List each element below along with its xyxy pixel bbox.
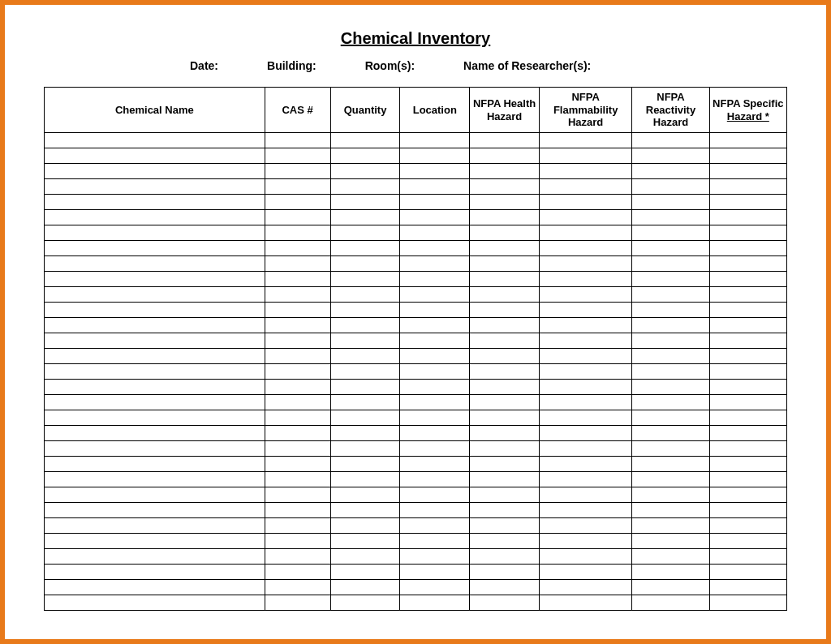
table-cell xyxy=(470,441,540,457)
table-cell xyxy=(45,195,265,210)
table-cell xyxy=(265,565,330,580)
table-cell xyxy=(265,410,330,426)
building-label: Building: xyxy=(267,59,316,72)
table-cell xyxy=(709,349,786,364)
table-cell xyxy=(45,565,265,580)
table-row xyxy=(45,333,787,349)
table-cell xyxy=(632,441,709,457)
table-cell xyxy=(330,179,400,195)
col-nfpa-specific: NFPA Specific Hazard * xyxy=(709,88,786,133)
table-cell xyxy=(709,133,786,148)
table-cell xyxy=(470,364,540,380)
table-cell xyxy=(400,580,470,595)
table-cell xyxy=(709,426,786,441)
table-cell xyxy=(709,380,786,395)
table-cell xyxy=(632,395,709,410)
table-row xyxy=(45,364,787,380)
table-cell xyxy=(632,549,709,565)
table-row xyxy=(45,179,787,195)
table-cell xyxy=(709,164,786,179)
table-cell xyxy=(45,303,265,318)
table-cell xyxy=(709,333,786,349)
table-cell xyxy=(632,164,709,179)
nfpa-specific-top: NFPA Specific xyxy=(713,97,783,109)
table-cell xyxy=(330,210,400,225)
table-cell xyxy=(470,426,540,441)
table-cell xyxy=(632,287,709,303)
table-cell xyxy=(632,580,709,595)
table-cell xyxy=(539,565,631,580)
table-row xyxy=(45,487,787,503)
table-cell xyxy=(539,549,631,565)
table-cell xyxy=(330,534,400,549)
table-cell xyxy=(470,287,540,303)
table-cell xyxy=(330,441,400,457)
table-row xyxy=(45,287,787,303)
researcher-label: Name of Researcher(s): xyxy=(463,59,591,72)
table-cell xyxy=(632,457,709,472)
table-cell xyxy=(632,210,709,225)
table-cell xyxy=(330,303,400,318)
table-cell xyxy=(632,565,709,580)
table-cell xyxy=(470,133,540,148)
nfpa-specific-bottom: Hazard * xyxy=(727,110,769,122)
table-cell xyxy=(400,210,470,225)
table-cell xyxy=(330,457,400,472)
table-cell xyxy=(709,580,786,595)
table-cell xyxy=(632,349,709,364)
table-cell xyxy=(265,303,330,318)
table-cell xyxy=(709,487,786,503)
table-cell xyxy=(400,518,470,534)
col-nfpa-reactivity: NFPA Reactivity Hazard xyxy=(632,88,709,133)
table-cell xyxy=(45,518,265,534)
table-cell xyxy=(265,549,330,565)
table-cell xyxy=(539,318,631,333)
table-cell xyxy=(265,256,330,272)
table-cell xyxy=(470,410,540,426)
table-cell xyxy=(632,503,709,518)
table-cell xyxy=(632,410,709,426)
rooms-label: Room(s): xyxy=(365,59,415,72)
table-cell xyxy=(45,364,265,380)
table-cell xyxy=(709,472,786,487)
table-cell xyxy=(539,534,631,549)
table-cell xyxy=(265,364,330,380)
table-row xyxy=(45,148,787,164)
table-cell xyxy=(470,303,540,318)
table-cell xyxy=(265,333,330,349)
table-row xyxy=(45,410,787,426)
table-cell xyxy=(709,195,786,210)
table-cell xyxy=(632,225,709,241)
table-cell xyxy=(45,487,265,503)
table-cell xyxy=(265,349,330,364)
table-cell xyxy=(330,518,400,534)
table-cell xyxy=(330,487,400,503)
table-cell xyxy=(330,380,400,395)
table-cell xyxy=(330,472,400,487)
table-cell xyxy=(709,364,786,380)
table-cell xyxy=(265,195,330,210)
table-cell xyxy=(330,318,400,333)
table-cell xyxy=(330,549,400,565)
table-cell xyxy=(539,380,631,395)
table-cell xyxy=(632,518,709,534)
table-cell xyxy=(709,210,786,225)
table-cell xyxy=(539,441,631,457)
table-cell xyxy=(632,179,709,195)
table-cell xyxy=(45,256,265,272)
page-title: Chemical Inventory xyxy=(44,29,787,48)
table-cell xyxy=(709,410,786,426)
table-cell xyxy=(400,256,470,272)
table-cell xyxy=(632,333,709,349)
table-cell xyxy=(45,503,265,518)
table-cell xyxy=(330,256,400,272)
table-cell xyxy=(539,580,631,595)
table-row xyxy=(45,503,787,518)
table-cell xyxy=(400,549,470,565)
table-cell xyxy=(45,380,265,395)
table-cell xyxy=(45,426,265,441)
table-cell xyxy=(539,256,631,272)
col-chemical-name: Chemical Name xyxy=(45,88,265,133)
table-cell xyxy=(539,364,631,380)
table-cell xyxy=(265,210,330,225)
